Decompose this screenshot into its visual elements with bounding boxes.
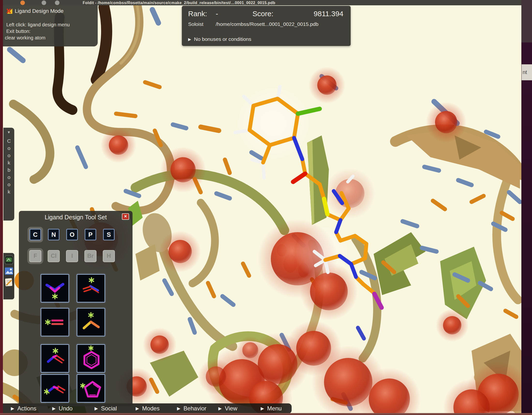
menu-triangle-icon: ▶ [261, 406, 264, 411]
menu-item-label: Menu [267, 405, 282, 412]
conditions-text: No bonuses or conditions [194, 36, 251, 42]
score-label: Score: [252, 10, 274, 18]
ligand-design-mode-panel: Ligand Design Mode Left click: ligand de… [3, 5, 98, 47]
element-button-sulfur[interactable]: S [103, 229, 115, 240]
expand-triangle-icon: ▶ [188, 37, 191, 42]
menu-triangle-icon: ▶ [11, 406, 14, 411]
menu-item-label: View [225, 405, 238, 412]
rank-value: - [216, 10, 218, 18]
cookbook-tab[interactable]: ▼ Cookbook [3, 128, 14, 221]
window-border-right [521, 0, 532, 415]
gallery-icon[interactable] [4, 266, 14, 276]
window-maximize-button[interactable] [55, 0, 59, 5]
menu-triangle-icon: ▶ [177, 406, 180, 411]
menu-triangle-icon: ▶ [136, 406, 139, 411]
menu-triangle-icon: ▶ [218, 406, 222, 411]
imine-nitrogen-tool-icon[interactable] [77, 274, 105, 302]
element-button-oxygen[interactable]: O [66, 229, 78, 240]
player-type: Soloist [188, 21, 203, 27]
window-title: Foldit - /home/combss/Rosetta/main/sourc… [83, 1, 276, 5]
chevron-down-icon: ▼ [7, 130, 11, 134]
alkene-chain-tool-icon[interactable] [41, 374, 69, 403]
triple-bond-tool-icon[interactable] [41, 308, 69, 336]
puzzle-file-path: /home/combss/Rosett...0001_0022_0015.pdb [216, 21, 318, 27]
foldit-logo-icon [6, 8, 13, 14]
element-button-phosphorus[interactable]: P [85, 229, 96, 240]
ligand-highlight-glow [295, 226, 348, 279]
rank-label: Rank: [188, 10, 207, 18]
menu-item-view[interactable]: ▶View [218, 403, 237, 414]
window-titlebar: Foldit - /home/combss/Rosetta/main/sourc… [3, 0, 521, 5]
cookbook-label: Cookbook [6, 138, 12, 196]
element-button-bromine[interactable]: Br [84, 250, 96, 262]
mode-help-line: Exit button: [6, 28, 94, 35]
element-button-iodine[interactable]: I [66, 250, 78, 262]
close-icon[interactable]: ✕ [122, 213, 129, 220]
mode-title: Ligand Design Mode [15, 8, 64, 14]
element-button-nitrogen[interactable]: N [48, 229, 59, 240]
conditions-row[interactable]: ▶ No bonuses or conditions [188, 36, 251, 42]
score-panel: Rank: - Score: 9811.394 Soloist /home/co… [182, 6, 351, 46]
notes-icon[interactable] [4, 278, 14, 287]
menu-triangle-icon: ▶ [95, 406, 98, 411]
ligand-design-tool-set-panel: Ligand Design Tool Set ✕ C N O P S F Cl … [19, 211, 133, 406]
screenshot-icon[interactable] [4, 255, 14, 264]
element-button-carbon[interactable]: C [29, 229, 41, 240]
benzene-ring-tool-icon[interactable] [77, 344, 105, 373]
background-window-tab[interactable]: nt [522, 64, 532, 80]
window-close-button[interactable] [20, 0, 25, 5]
menu-item-label: Modes [142, 405, 160, 412]
element-button-hydrogen[interactable]: H [103, 250, 115, 262]
menu-item-label: Behavior [183, 405, 207, 412]
branched-nitrogen-tool-icon[interactable] [41, 274, 69, 302]
cyclopentene-ring-tool-icon[interactable] [77, 374, 105, 403]
window-minimize-button[interactable] [42, 0, 46, 5]
menu-triangle-icon: ▶ [52, 406, 56, 411]
mode-help-line: clear working atom [5, 35, 94, 41]
tool-panel-title: Ligand Design Tool Set [19, 214, 133, 221]
mode-help-line: Left click: ligand design menu [6, 21, 94, 28]
element-button-fluorine[interactable]: F [29, 250, 41, 262]
oxygen-atom [293, 174, 305, 182]
menu-item-menu[interactable]: ▶Menu [261, 403, 282, 414]
menu-item-modes[interactable]: ▶Modes [136, 403, 160, 414]
alkene-amine-tool-icon[interactable] [41, 344, 69, 373]
window-border-left [0, 0, 3, 415]
side-toolbar [3, 253, 14, 299]
menu-item-behavior[interactable]: ▶Behavior [177, 403, 207, 414]
window-border-bottom [0, 413, 532, 415]
background-window-tab-label: nt [522, 69, 527, 75]
element-button-chlorine[interactable]: Cl [48, 250, 60, 262]
score-value: 9811.394 [314, 10, 343, 18]
branched-carbon-tool-icon[interactable] [77, 308, 105, 336]
